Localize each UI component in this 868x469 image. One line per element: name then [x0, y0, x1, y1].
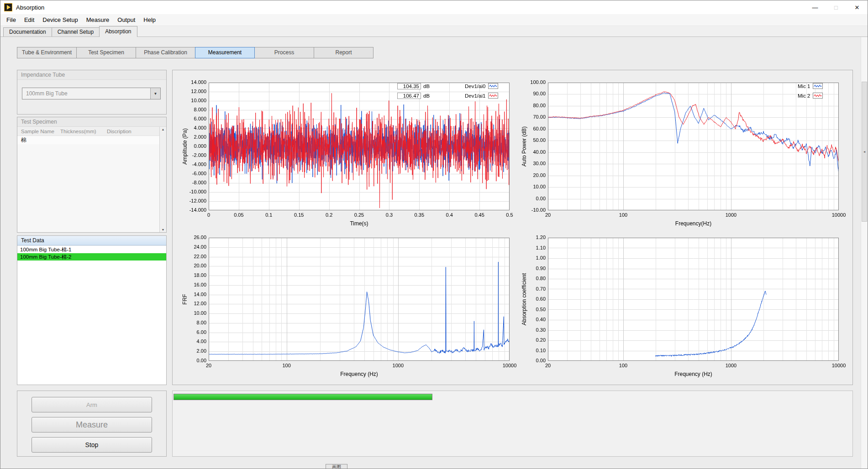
tab-documentation[interactable]: Documentation: [3, 27, 52, 36]
progress-fill: [174, 394, 432, 400]
legend-label: Mic 2: [798, 93, 810, 99]
main-tab-strip: Documentation Channel Setup Absorption: [0, 26, 868, 37]
legend-label: Dev1/ai0: [465, 83, 485, 89]
title-bar: Absorption — □ ✕: [0, 0, 868, 14]
auto-power-chart: Mic 1 Mic 2: [518, 76, 847, 231]
waveform-icon-blue: [813, 83, 823, 89]
subtab-tube-environment[interactable]: Tube & Environment: [17, 47, 77, 58]
test-specimen-label: Test Specimen: [17, 117, 166, 127]
level-unit-ai0: dB: [423, 83, 430, 89]
level-readout-ai0: 104.35 dB: [397, 82, 430, 90]
stop-button[interactable]: Stop: [32, 437, 152, 453]
status-panel: [172, 391, 853, 457]
arm-button[interactable]: Arm: [32, 397, 152, 412]
progress-bar: [174, 394, 432, 400]
menu-output[interactable]: Output: [113, 15, 139, 25]
test-specimen-group: Test Specimen Sample Name Thickness(mm) …: [17, 117, 167, 233]
level-unit-ai1: dB: [423, 93, 430, 99]
absorption-coefficient-canvas: [518, 232, 847, 383]
minimize-button[interactable]: —: [805, 0, 826, 14]
waveform-icon-red: [813, 93, 823, 99]
time-chart-legend: Dev1/ai0 Dev1/ai1: [465, 82, 498, 101]
column-thickness: Thickness(mm): [60, 129, 107, 134]
bottom-tab-fragment[interactable]: 画图: [326, 464, 347, 469]
legend-label: Dev1/ai1: [465, 93, 485, 99]
absorption-coefficient-chart: [518, 232, 847, 383]
subtab-process[interactable]: Process: [254, 47, 314, 58]
column-discription: Discription: [107, 129, 166, 134]
impedance-tube-label: Impendance Tube: [17, 70, 166, 80]
chevron-down-icon[interactable]: ▼: [150, 88, 160, 99]
impedance-tube-value: 100mm Big Tube: [22, 90, 150, 97]
labview-arrow-icon: [7, 5, 11, 10]
scroll-up-icon[interactable]: ▲: [162, 128, 165, 131]
specimen-table-header: Sample Name Thickness(mm) Discription: [17, 127, 166, 136]
list-item-selected[interactable]: 100mm Big Tube-棉-2: [17, 253, 166, 261]
maximize-button[interactable]: □: [826, 0, 847, 14]
menu-file[interactable]: File: [2, 15, 20, 25]
legend-label: Mic 1: [798, 83, 810, 89]
table-row[interactable]: 棉: [17, 136, 166, 144]
absorption-page: Tube & Environment Test Specimen Phase C…: [0, 37, 868, 469]
cell-sample-name: 棉: [21, 136, 60, 144]
action-panel: Arm Measure Stop: [17, 391, 167, 457]
tab-absorption[interactable]: Absorption: [99, 26, 137, 37]
impedance-tube-group: Impendance Tube 100mm Big Tube ▼: [17, 70, 167, 115]
app-window: Absorption — □ ✕ File Edit Device Setup …: [0, 0, 868, 469]
waveform-icon-red: [488, 93, 498, 99]
specimen-table: Sample Name Thickness(mm) Discription 棉 …: [17, 127, 166, 232]
test-data-group: Test Data 100mm Big Tube-棉-1 100mm Big T…: [17, 235, 167, 385]
window-controls: — □ ✕: [805, 0, 868, 14]
frf-chart: [179, 232, 517, 383]
impedance-tube-select[interactable]: 100mm Big Tube ▼: [22, 88, 161, 99]
sub-tab-bar: Tube & Environment Test Specimen Phase C…: [17, 47, 374, 58]
subtab-test-specimen[interactable]: Test Specimen: [76, 47, 136, 58]
test-data-list: 100mm Big Tube-棉-1 100mm Big Tube-棉-2: [17, 246, 166, 385]
subtab-phase-calibration[interactable]: Phase Calibration: [136, 47, 195, 58]
menu-edit[interactable]: Edit: [20, 15, 38, 25]
vertical-scrollbar[interactable]: ◂: [861, 37, 868, 469]
tab-channel-setup[interactable]: Channel Setup: [52, 27, 100, 36]
frf-canvas: [179, 232, 517, 383]
collapse-arrow-icon: ◂: [863, 150, 865, 154]
menu-bar: File Edit Device Setup Measure Output He…: [0, 14, 868, 26]
level-value-ai1: 106.47: [397, 93, 421, 99]
specimen-table-scrollbar[interactable]: ▲ ▼: [159, 127, 166, 232]
menu-device-setup[interactable]: Device Setup: [38, 15, 82, 25]
legend-item-mic2[interactable]: Mic 2: [798, 91, 823, 100]
waveform-icon-blue: [488, 83, 498, 89]
legend-item-dev1-ai1[interactable]: Dev1/ai1: [465, 91, 498, 100]
level-value-ai0: 104.35: [397, 83, 421, 89]
measure-button[interactable]: Measure: [32, 417, 152, 433]
level-readouts: 104.35 dB 106.47 dB: [397, 82, 430, 101]
app-icon: [4, 3, 12, 11]
subtab-measurement[interactable]: Measurement: [195, 47, 255, 58]
scrollbar-thumb[interactable]: ◂: [862, 82, 867, 222]
menu-measure[interactable]: Measure: [82, 15, 114, 25]
level-readout-ai1: 106.47 dB: [397, 91, 430, 100]
time-waveform-chart: 104.35 dB 106.47 dB Dev1/ai0 Dev1/ai1: [179, 76, 517, 231]
scroll-down-icon[interactable]: ▼: [162, 228, 165, 231]
close-button[interactable]: ✕: [847, 0, 868, 14]
test-data-label: Test Data: [17, 236, 166, 245]
legend-item-mic1[interactable]: Mic 1: [798, 82, 823, 90]
menu-help[interactable]: Help: [139, 15, 160, 25]
auto-power-legend: Mic 1 Mic 2: [798, 82, 823, 101]
legend-item-dev1-ai0[interactable]: Dev1/ai0: [465, 82, 498, 90]
list-item[interactable]: 100mm Big Tube-棉-1: [17, 246, 166, 253]
window-title: Absorption: [16, 4, 44, 11]
charts-panel: 104.35 dB 106.47 dB Dev1/ai0 Dev1/ai1: [172, 70, 853, 385]
column-sample-name: Sample Name: [21, 129, 60, 134]
subtab-report[interactable]: Report: [314, 47, 374, 58]
